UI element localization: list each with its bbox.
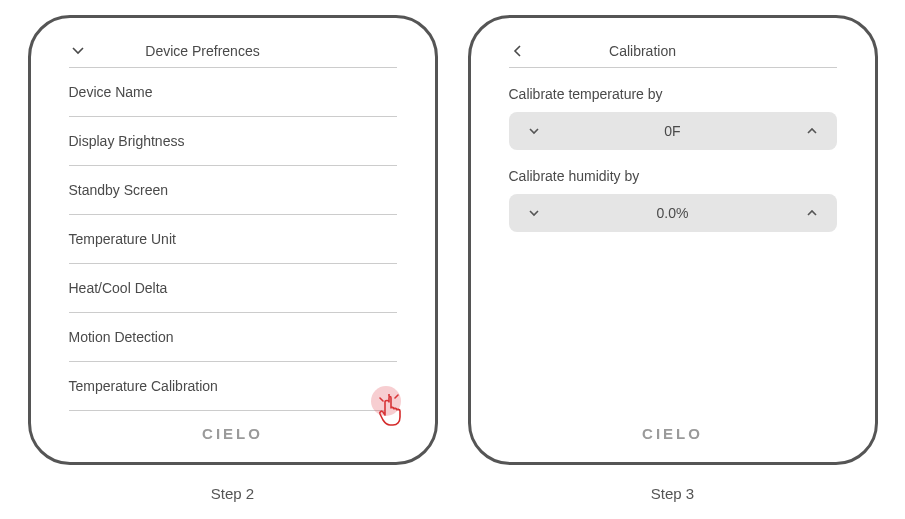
list-item-temperature-unit[interactable]: Temperature Unit <box>69 215 397 264</box>
humidity-increment-button[interactable] <box>787 194 837 232</box>
step-caption: Step 2 <box>211 485 254 502</box>
list-item-label: Standby Screen <box>69 182 169 198</box>
temperature-calibration-label: Calibrate temperature by <box>509 86 837 102</box>
chevron-down-icon <box>527 206 541 220</box>
list-item-display-brightness[interactable]: Display Brightness <box>69 117 397 166</box>
pointer-hand-icon <box>377 394 407 428</box>
page-title: Calibration <box>509 43 777 59</box>
brand-logo: CIELO <box>501 415 845 447</box>
calibration-screen: Calibration Calibrate temperature by 0F … <box>468 15 878 465</box>
calibration-content: Calibrate temperature by 0F Calibrate hu… <box>509 68 837 415</box>
back-icon[interactable] <box>509 42 527 60</box>
list-item-device-name[interactable]: Device Name <box>69 68 397 117</box>
header: Device Prefrences <box>69 43 397 68</box>
chevron-up-icon <box>805 206 819 220</box>
device-preferences-screen: Device Prefrences Device Name Display Br… <box>28 15 438 465</box>
list-item-label: Heat/Cool Delta <box>69 280 168 296</box>
list-item-label: Display Brightness <box>69 133 185 149</box>
temperature-value: 0F <box>559 112 787 150</box>
list-item-motion-detection[interactable]: Motion Detection <box>69 313 397 362</box>
page-title: Device Prefrences <box>69 43 337 59</box>
header: Calibration <box>509 43 837 68</box>
list-item-standby-screen[interactable]: Standby Screen <box>69 166 397 215</box>
humidity-calibration-label: Calibrate humidity by <box>509 168 837 184</box>
chevron-up-icon <box>805 124 819 138</box>
temperature-increment-button[interactable] <box>787 112 837 150</box>
list-item-label: Temperature Calibration <box>69 378 218 394</box>
list-item-label: Device Name <box>69 84 153 100</box>
humidity-value: 0.0% <box>559 194 787 232</box>
temperature-stepper: 0F <box>509 112 837 150</box>
step-caption: Step 3 <box>651 485 694 502</box>
humidity-stepper: 0.0% <box>509 194 837 232</box>
chevron-down-icon[interactable] <box>69 42 87 60</box>
brand-logo: CIELO <box>61 415 405 447</box>
list-item-temperature-calibration[interactable]: Temperature Calibration <box>69 362 397 411</box>
list-item-label: Motion Detection <box>69 329 174 345</box>
list-item-label: Temperature Unit <box>69 231 176 247</box>
humidity-decrement-button[interactable] <box>509 194 559 232</box>
preferences-list: Device Name Display Brightness Standby S… <box>69 68 397 415</box>
temperature-decrement-button[interactable] <box>509 112 559 150</box>
list-item-heat-cool-delta[interactable]: Heat/Cool Delta <box>69 264 397 313</box>
chevron-down-icon <box>527 124 541 138</box>
